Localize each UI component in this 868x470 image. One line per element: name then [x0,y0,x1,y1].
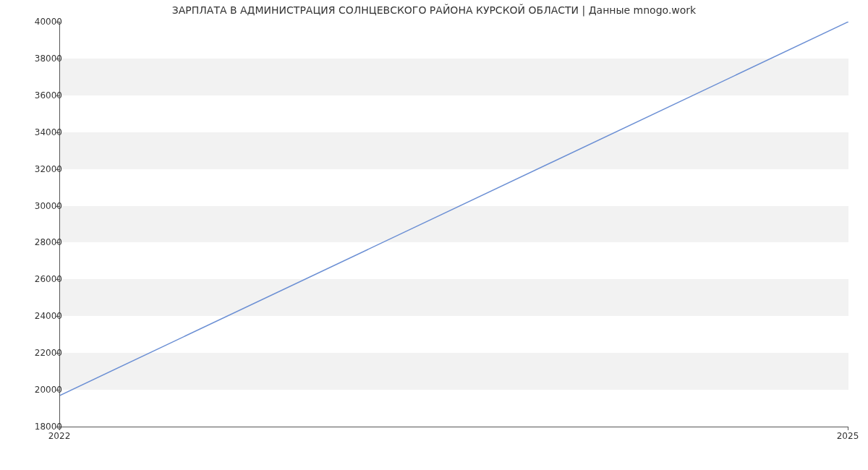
grid-band [60,206,848,243]
y-tick-mark [56,390,59,390]
y-tick-mark [56,132,59,133]
y-tick-mark [56,59,59,59]
y-tick-mark [56,206,59,207]
grid-band [60,59,848,95]
y-tick-mark [56,169,59,170]
chart-container: ЗАРПЛАТА В АДМИНИСТРАЦИЯ СОЛНЦЕВСКОГО РА… [0,0,868,470]
y-tick-mark [56,95,59,96]
grid-band [60,353,848,390]
x-tick-label: 2022 [48,431,71,441]
chart-title: ЗАРПЛАТА В АДМИНИСТРАЦИЯ СОЛНЦЕВСКОГО РА… [0,4,868,16]
y-tick-mark [56,279,59,280]
plot-area [59,22,848,427]
y-tick-mark [56,22,59,22]
y-tick-mark [56,316,59,317]
x-tick-mark [59,427,60,430]
x-tick-label: 2025 [837,431,859,441]
y-tick-mark [56,353,59,354]
grid-band [60,279,848,316]
x-tick-mark [848,427,848,430]
y-tick-mark [56,242,59,243]
grid-band [60,132,848,169]
